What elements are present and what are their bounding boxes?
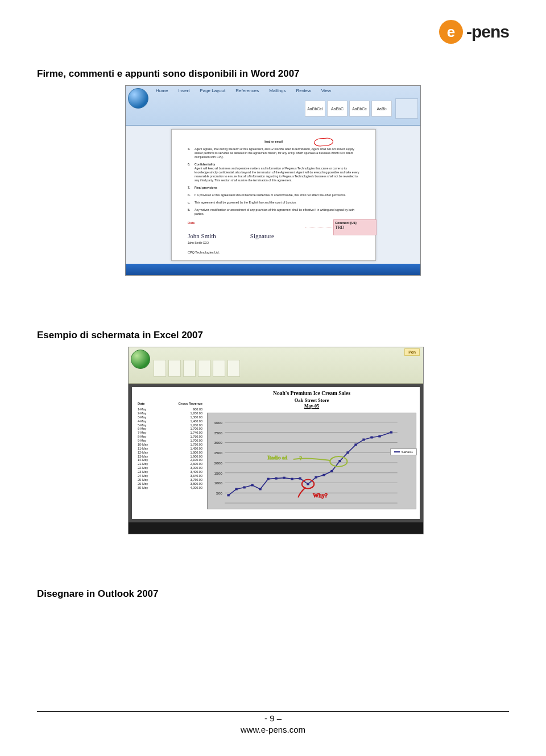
editing-group [395, 98, 418, 119]
svg-rect-24 [283, 476, 285, 479]
svg-rect-17 [227, 494, 229, 496]
chart-title: Noah's Premium Ice Cream Sales Oak Stree… [207, 391, 416, 409]
col-header: Gross Revenue [178, 402, 202, 405]
svg-text:Why?: Why? [313, 492, 328, 499]
svg-rect-23 [275, 477, 277, 479]
svg-text:1500: 1500 [214, 471, 222, 475]
svg-text:?: ? [299, 455, 301, 461]
heading-outlook: Disegnare in Outlook 2007 [37, 588, 509, 600]
excel-ribbon: Pen [129, 347, 423, 384]
brand-logo: e -pens [439, 20, 509, 44]
table-row: 22-May3,000.00 [138, 466, 202, 470]
heading-word: Firme, commenti e appunti sono disponibi… [37, 68, 509, 80]
heading-excel: Esempio di schermata in Excel 2007 [37, 330, 509, 341]
table-row: 23-May3,400.00 [138, 470, 202, 474]
logo-text: -pens [466, 22, 509, 41]
y-axis-labels: 500 1000 1500 2000 2500 3000 3500 4000 [214, 421, 222, 495]
col-header: Date [138, 402, 145, 405]
tab: View [318, 87, 334, 94]
svg-rect-21 [259, 488, 261, 490]
svg-rect-25 [291, 477, 293, 480]
office-button-icon [128, 88, 148, 109]
table-row: 6-May1,700.00 [138, 427, 202, 431]
table-row: 4-May1,400.00 [138, 419, 202, 423]
svg-text:1000: 1000 [214, 481, 222, 485]
ink-annotation-green: Radio ad ? [267, 455, 347, 466]
ribbon-tabs: Home Insert Page Layout References Maili… [153, 87, 334, 94]
table-row: 10-May1,750.00 [138, 443, 202, 447]
tab: Page Layout [197, 87, 228, 94]
svg-text:3500: 3500 [214, 430, 222, 434]
table-row: 25-May3,750.00 [138, 478, 202, 482]
footer-url: www.e-pens.com [0, 724, 546, 736]
chart-legend: Series1 [390, 448, 417, 455]
tab: Insert [175, 87, 192, 94]
svg-text:500: 500 [216, 491, 222, 495]
doc-heading: lead or email [188, 140, 359, 144]
table-row: 8-May1,760.00 [138, 435, 202, 439]
signature-caption: John Smith CEO [188, 241, 359, 245]
table-row: 5-May1,200.00 [138, 423, 202, 427]
pen-tab: Pen [404, 348, 420, 356]
table-row: 13-May1,900.00 [138, 455, 202, 459]
ink-annotation-red: Why? [298, 479, 328, 499]
table-row: 24-May3,640.00 [138, 474, 202, 478]
svg-text:2500: 2500 [214, 451, 222, 455]
svg-rect-29 [322, 473, 325, 476]
tab: Home [153, 87, 171, 94]
table-row: 11-May1,450.00 [138, 447, 202, 451]
excel-workspace: Date Gross Revenue 1-May900.002-May1,200… [129, 384, 423, 522]
svg-text:3000: 3000 [214, 441, 222, 445]
ribbon-buttons [154, 360, 240, 377]
ink-circle-annotation [314, 138, 334, 147]
comment-connector [305, 227, 333, 227]
doc-para: Any waiver, modification or amendment of… [195, 208, 359, 216]
worksheet: Date Gross Revenue 1-May900.002-May1,200… [132, 387, 420, 519]
style-swatch: AaBbC [327, 101, 348, 117]
style-swatch: AaBb [371, 101, 392, 117]
table-row: 21-May2,600.00 [138, 462, 202, 466]
screenshot-excel-2007: Pen Date Gross Revenue 1-May900.002-May1… [128, 347, 424, 534]
legend-swatch-icon [394, 451, 400, 452]
chart-date: May-05 [207, 404, 416, 409]
doc-para: Agent will keep all business and operati… [195, 167, 359, 182]
signature-2: Signature [250, 232, 274, 240]
table-row: 7-May1,740.00 [138, 431, 202, 435]
svg-rect-37 [390, 431, 392, 433]
chart-subtitle: Oak Street Store [207, 397, 416, 404]
comment-label: Comment [U1]: [335, 221, 357, 225]
svg-rect-34 [362, 438, 365, 441]
svg-rect-18 [235, 488, 237, 490]
svg-rect-27 [307, 483, 309, 485]
svg-rect-36 [378, 435, 380, 437]
table-row: 2-May1,200.00 [138, 412, 202, 416]
comment-balloon: Comment [U1]: TBD [333, 219, 377, 235]
table-row: 30-May4,000.00 [138, 486, 202, 490]
table-row: 26-May3,800.00 [138, 482, 202, 486]
comment-text: TBD [335, 225, 344, 230]
style-swatch: AaBbCc [349, 101, 370, 117]
doc-para: This agreement shall be governed by the … [195, 201, 296, 205]
windows-taskbar [129, 522, 423, 534]
chart-container: Noah's Premium Ice Cream Sales Oak Stree… [206, 387, 420, 519]
footer-rule [37, 711, 509, 712]
svg-rect-19 [243, 486, 245, 488]
table-row: 9-May1,700.00 [138, 439, 202, 443]
svg-rect-32 [346, 451, 349, 454]
logo-icon: e [439, 20, 463, 44]
table-row: 1-May900.00 [138, 408, 202, 412]
table-row: 14-May2,100.00 [138, 458, 202, 462]
svg-rect-28 [315, 476, 317, 478]
screenshot-word-2007: Home Insert Page Layout References Maili… [125, 85, 421, 276]
word-ribbon: Home Insert Page Layout References Maili… [126, 86, 420, 126]
svg-rect-33 [354, 443, 357, 446]
svg-rect-35 [370, 436, 373, 438]
tab: Review [293, 87, 314, 94]
page-number: - 9 – [0, 713, 546, 724]
table-row: 3-May1,300.00 [138, 416, 202, 419]
data-table: Date Gross Revenue 1-May900.002-May1,200… [132, 387, 206, 519]
doc-subheading: Confidentiality [195, 163, 215, 166]
svg-rect-22 [267, 477, 269, 480]
windows-taskbar [126, 264, 420, 275]
chart-title-line: Noah's Premium Ice Cream Sales [273, 391, 350, 396]
